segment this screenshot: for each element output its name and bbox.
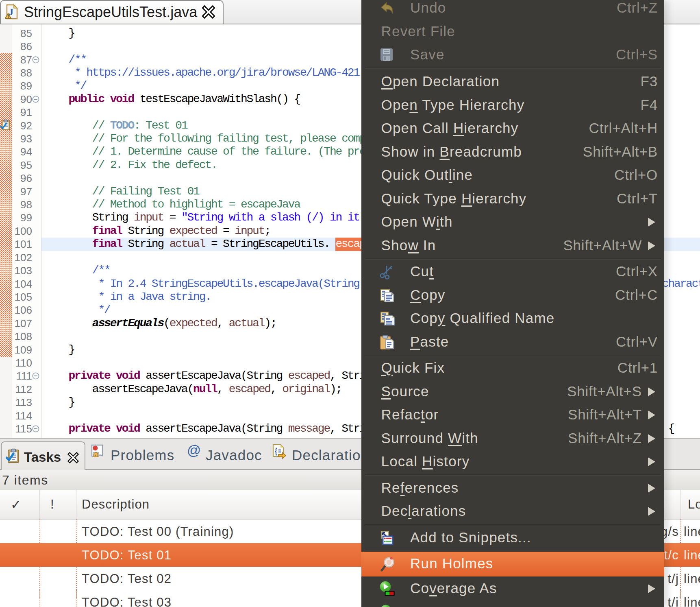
svg-text:@: @ — [187, 443, 201, 458]
